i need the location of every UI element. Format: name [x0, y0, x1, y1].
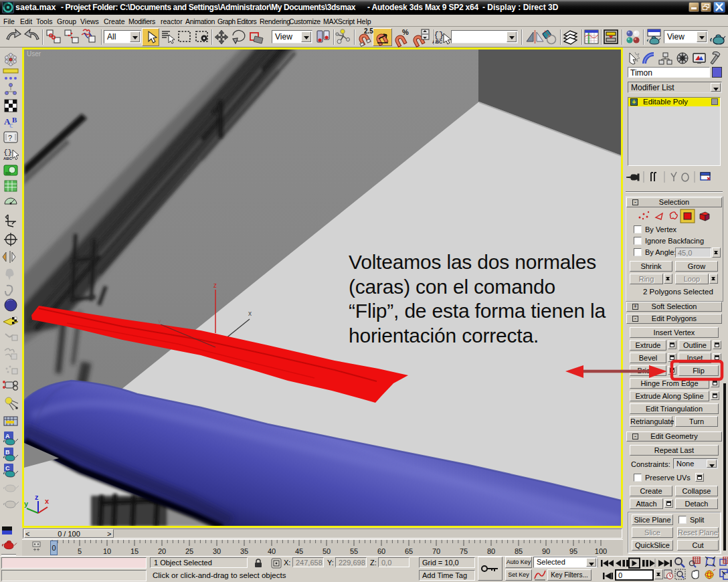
- svg-text:10: 10: [103, 547, 111, 555]
- svg-text:ABC: ABC: [3, 157, 13, 161]
- svg-text:75: 75: [460, 547, 468, 555]
- svg-text:z: z: [35, 493, 39, 501]
- svg-text:B: B: [5, 449, 10, 456]
- svg-text:2.5: 2.5: [364, 27, 373, 35]
- svg-text:A: A: [5, 433, 10, 440]
- svg-text:55: 55: [350, 547, 358, 555]
- svg-text:z: z: [213, 282, 217, 289]
- svg-text:40: 40: [268, 547, 276, 555]
- svg-text:y: y: [158, 318, 161, 324]
- svg-text:50: 50: [323, 547, 331, 555]
- svg-text:90: 90: [542, 547, 550, 555]
- svg-text:45: 45: [295, 547, 303, 555]
- svg-text:User: User: [27, 50, 41, 58]
- svg-text:%: %: [402, 28, 409, 36]
- svg-text:35: 35: [240, 547, 248, 555]
- svg-text:85: 85: [515, 547, 523, 555]
- svg-text:{}: {}: [3, 149, 12, 157]
- svg-text:95: 95: [569, 547, 577, 555]
- svg-text:C: C: [5, 465, 10, 472]
- svg-text:15: 15: [130, 547, 139, 555]
- svg-text:100: 100: [595, 547, 607, 555]
- svg-text:20: 20: [158, 547, 166, 555]
- svg-text:{}: {}: [434, 30, 444, 40]
- svg-text:25: 25: [185, 547, 193, 555]
- svg-text:?: ?: [8, 134, 12, 142]
- svg-text:30: 30: [213, 547, 221, 555]
- svg-text:y: y: [24, 500, 29, 508]
- svg-text:x: x: [45, 497, 50, 505]
- svg-text:5: 5: [78, 547, 82, 555]
- svg-text:x: x: [248, 310, 252, 317]
- svg-text:60: 60: [377, 547, 385, 555]
- svg-text:B: B: [12, 116, 17, 124]
- svg-text:80: 80: [487, 547, 495, 555]
- svg-text:65: 65: [405, 547, 413, 555]
- svg-text:70: 70: [432, 547, 440, 555]
